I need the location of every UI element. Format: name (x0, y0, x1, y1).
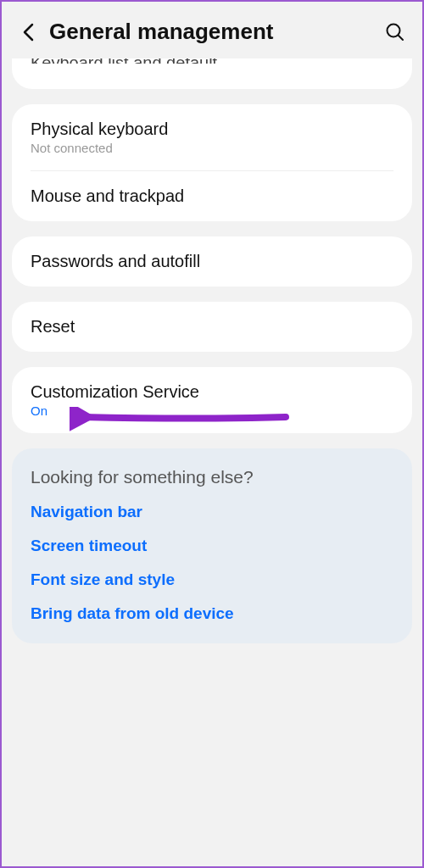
row-customization[interactable]: Customization Service On (12, 367, 412, 433)
back-icon[interactable] (17, 21, 39, 43)
row-mouse-trackpad-title: Mouse and trackpad (31, 186, 393, 206)
footer-card: Looking for something else? Navigation b… (12, 448, 412, 643)
page-title: General management (49, 19, 383, 45)
search-icon[interactable] (383, 20, 407, 44)
row-reset[interactable]: Reset (12, 302, 412, 352)
row-physical-keyboard[interactable]: Physical keyboard Not connected (12, 104, 412, 170)
row-passwords-autofill[interactable]: Passwords and autofill (12, 236, 412, 287)
row-mouse-trackpad[interactable]: Mouse and trackpad (12, 171, 412, 221)
row-physical-keyboard-title: Physical keyboard (31, 120, 393, 139)
link-navigation-bar[interactable]: Navigation bar (31, 503, 393, 521)
row-passwords-title: Passwords and autofill (31, 252, 393, 271)
row-reset-title: Reset (31, 317, 393, 337)
card-customization: Customization Service On (12, 367, 412, 433)
row-physical-keyboard-subtitle: Not connected (31, 141, 393, 155)
card-reset: Reset (12, 302, 412, 352)
row-keyboard-list-title: Keyboard list and default (31, 58, 393, 64)
svg-line-1 (399, 36, 403, 40)
link-font-size[interactable]: Font size and style (31, 570, 393, 589)
row-customization-title: Customization Service (31, 382, 393, 402)
row-customization-status: On (31, 403, 393, 418)
card-input-devices: Physical keyboard Not connected Mouse an… (12, 104, 412, 221)
card-keyboard-list: Keyboard list and default (12, 58, 412, 89)
link-screen-timeout[interactable]: Screen timeout (31, 537, 393, 555)
svg-point-0 (388, 24, 400, 36)
link-bring-data[interactable]: Bring data from old device (31, 604, 393, 623)
card-passwords: Passwords and autofill (12, 236, 412, 287)
footer-title: Looking for something else? (31, 467, 393, 487)
row-keyboard-list[interactable]: Keyboard list and default (12, 58, 412, 89)
header: General management (2, 2, 422, 58)
